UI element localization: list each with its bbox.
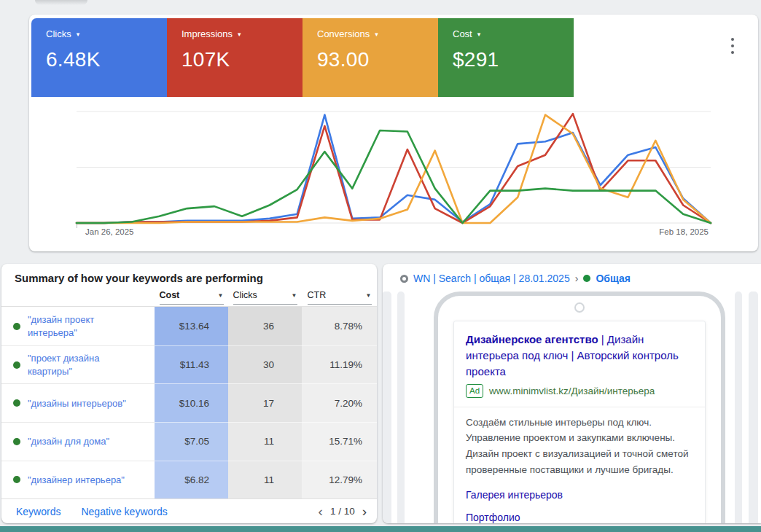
axis-label-end: Feb 18, 2025 [659,227,709,236]
dropdown-arrow-icon[interactable]: ▾ [375,31,378,38]
cutoff-element-shadow [35,0,87,5]
chart-line-conversions [77,115,711,223]
keyword-status-icon [13,438,20,445]
overflow-menu-icon[interactable] [726,38,739,54]
tab-keywords[interactable]: Keywords [16,506,61,517]
scorecard-clicks[interactable]: Clicks▾ 6.48K [31,18,167,97]
ctr-cell: 15.71% [302,422,377,461]
ctr-cell: 8.78% [302,307,377,345]
breadcrumb: WN | Search | общая | 28.01.2025 › Общая [400,273,631,284]
keywords-table-body: "дизайн проект интерьера"$13.64368.78%"п… [1,307,377,498]
dropdown-arrow-icon[interactable]: ▾ [77,31,80,38]
breadcrumb-adgroup-link[interactable]: WN | Search | общая | 28.01.2025 [413,273,570,284]
column-header-clicks[interactable]: Clicks ▼ [228,286,302,306]
cost-cell: $13.64 [155,307,228,345]
breadcrumb-campaign-link[interactable]: Общая [596,273,630,284]
keywords-card-title: Summary of how your keywords are perform… [1,264,377,286]
clicks-cell: 36 [228,307,302,345]
keyword-status-icon [13,361,20,369]
keyword-link[interactable]: "проект дизайна квартиры" [28,352,137,378]
column-label: Clicks [233,290,257,300]
axis-label-start: Jan 26, 2025 [85,227,134,236]
sort-arrow-icon[interactable]: ▼ [218,292,224,299]
scorecards-row: Clicks▾ 6.48K Impressions▾ 107K Conversi… [31,18,574,97]
column-header-cost[interactable]: Cost ▼ [155,286,228,306]
dropdown-arrow-icon[interactable]: ▾ [238,31,241,38]
keyword-status-icon [13,476,20,483]
ad-card: Дизайнерское агентство | Дизайн интерьер… [453,321,706,523]
keyword-status-icon [13,323,20,330]
sort-arrow-icon[interactable]: ▼ [366,292,372,299]
scorecard-label: Clicks [46,28,71,39]
scorecard-label: Cost [453,28,472,39]
ad-sitelinks: Галерея интерьеровПортфолиоЦенаЭкспресс … [466,489,693,523]
clicks-cell: 17 [228,383,302,422]
overview-chart-card: Clicks▾ 6.48K Impressions▾ 107K Conversi… [29,15,758,251]
carousel-prev-frame [383,292,391,523]
tab-negative-keywords[interactable]: Negative keywords [81,506,167,517]
scorecard-label: Impressions [182,28,233,39]
keyword-cell: "дизайнер интерьера" [1,461,155,499]
page-next-icon[interactable]: › [362,504,367,518]
column-label: Cost [160,290,180,300]
pagination: ‹ 1 / 10 › [319,504,367,518]
keywords-card-footer: Keywords Negative keywords ‹ 1 / 10 › [1,498,377,523]
ad-description: Создаём стильные интерьеры под ключ. Упр… [466,415,693,478]
ad-title[interactable]: Дизайнерское агентство | Дизайн интерьер… [466,332,693,379]
keyword-cell: "дизайны интерьеров" [1,383,155,422]
carousel-next-frame [735,292,742,523]
ad-badge: Ad [466,384,483,397]
breadcrumb-separator-icon: › [575,273,579,284]
chart-line-cost [77,130,711,223]
cost-cell: $10.16 [155,383,228,422]
keyword-row: "дизайнер интерьера"$6.821112.79% [1,461,377,499]
keyword-row: "дизайн для дома"$7.051115.71% [1,422,377,461]
scorecard-impressions[interactable]: Impressions▾ 107K [167,18,303,97]
bottom-accent-bar [0,526,761,532]
page-prev-icon[interactable]: ‹ [319,504,323,518]
carousel-next-frame [749,292,758,523]
scorecard-value: 6.48K [46,48,167,71]
ad-preview-card: WN | Search | общая | 28.01.2025 › Общая… [383,264,761,523]
dropdown-arrow-icon[interactable]: ▾ [477,31,481,38]
keyword-status-icon [13,399,20,407]
scorecard-value: 107K [182,48,303,71]
scorecard-cost[interactable]: Cost▾ $291 [438,18,574,97]
clicks-cell: 11 [228,461,302,499]
chart-line-clicks [77,115,711,223]
column-label: CTR [308,290,327,300]
keyword-row: "дизайны интерьеров"$10.16177.20% [1,383,377,422]
phone-camera-icon [574,302,585,313]
ad-display-url: www.minimvlist.kz/Дизайн/интерьера [489,386,655,396]
keyword-link[interactable]: "дизайн для дома" [28,435,109,448]
campaign-status-icon [583,275,590,282]
column-header-ctr[interactable]: CTR ▼ [302,286,377,306]
keyword-link[interactable]: "дизайны интерьеров" [28,397,126,410]
ctr-cell: 12.79% [302,461,377,499]
keyword-cell: "проект дизайна квартиры" [1,345,155,384]
ctr-cell: 11.19% [302,345,377,384]
keywords-summary-card: Summary of how your keywords are perform… [1,264,377,523]
adgroup-status-icon [400,275,408,283]
keywords-table-header: Cost ▼ Clicks ▼ CTR ▼ [1,286,377,307]
phone-mockup: Дизайнерское агентство | Дизайн интерьер… [434,292,725,523]
scorecard-value: 93.00 [317,48,438,71]
sort-arrow-icon[interactable]: ▼ [292,292,297,299]
keyword-row: "дизайн проект интерьера"$13.64368.78% [1,307,377,345]
scorecard-conversions[interactable]: Conversions▾ 93.00 [303,18,438,97]
ad-sitelink[interactable]: Портфолио [466,512,693,523]
cost-cell: $7.05 [155,422,228,461]
cost-cell: $11.43 [155,345,228,384]
clicks-cell: 11 [228,422,302,461]
ad-url-row: Ad www.minimvlist.kz/Дизайн/интерьера [466,384,693,397]
ctr-cell: 7.20% [302,383,377,422]
chart-line-impressions [77,114,711,223]
cost-cell: $6.82 [155,461,228,499]
keyword-link[interactable]: "дизайнер интерьера" [28,474,125,487]
keyword-link[interactable]: "дизайн проект интерьера" [28,313,137,339]
scorecard-label: Conversions [317,28,370,39]
ad-sitelink[interactable]: Галерея интерьеров [466,489,693,501]
keyword-cell: "дизайн для дома" [1,422,155,461]
scorecard-value: $291 [453,48,574,71]
clicks-cell: 30 [228,345,302,384]
